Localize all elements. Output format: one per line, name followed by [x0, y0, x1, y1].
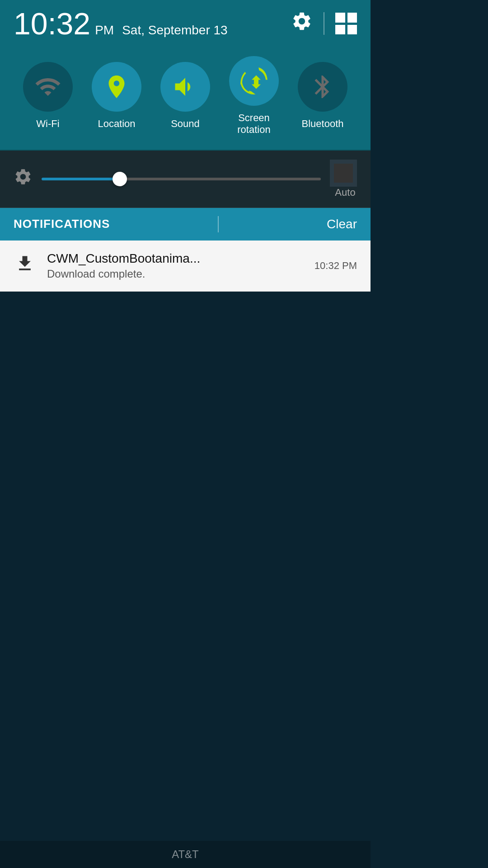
clock-time: 10:32 — [14, 8, 90, 39]
bluetooth-toggle-circle — [298, 62, 347, 112]
settings-icon[interactable] — [291, 10, 313, 37]
carrier-bar: AT&T — [0, 841, 371, 868]
notifications-title: NOTIFICATIONS — [14, 217, 110, 231]
sound-toggle-circle — [160, 62, 210, 112]
bluetooth-label: Bluetooth — [302, 118, 344, 130]
clear-button[interactable]: Clear — [327, 217, 357, 231]
clock-ampm: PM — [95, 23, 114, 38]
date-text: Sat, September 13 — [122, 23, 227, 38]
wifi-toggle[interactable]: Wi-Fi — [23, 62, 73, 130]
location-label: Location — [98, 118, 135, 130]
notification-title: CWM_CustomBootanima... — [47, 251, 304, 266]
screen-rotation-toggle[interactable]: Screen rotation — [229, 56, 279, 136]
auto-label: Auto — [335, 187, 355, 198]
location-toggle[interactable]: Location — [92, 62, 141, 130]
status-left: 10:32 PM Sat, September 13 — [14, 8, 228, 39]
sound-label: Sound — [171, 118, 200, 130]
brightness-settings-icon[interactable] — [14, 167, 33, 191]
sound-toggle[interactable]: Sound — [160, 62, 210, 130]
brightness-row: Auto — [0, 151, 371, 208]
status-right — [291, 10, 357, 37]
download-icon — [14, 254, 36, 278]
bluetooth-toggle[interactable]: Bluetooth — [298, 62, 347, 130]
brightness-auto-container: Auto — [330, 160, 357, 198]
brightness-slider[interactable] — [42, 177, 321, 181]
status-bar: 10:32 PM Sat, September 13 — [0, 0, 371, 47]
auto-brightness-inner — [334, 164, 353, 183]
status-divider — [324, 12, 324, 35]
notification-content: CWM_CustomBootanima... Download complete… — [47, 251, 304, 280]
notification-description: Download complete. — [47, 268, 304, 280]
notifications-header: NOTIFICATIONS Clear — [0, 208, 371, 241]
brightness-track — [42, 178, 321, 180]
quick-toggles: Wi-Fi Location Sound Screen rotation — [0, 47, 371, 151]
screen-rotation-label: Screen rotation — [237, 112, 270, 136]
header-divider — [218, 216, 219, 232]
grid-icon[interactable] — [335, 13, 357, 34]
auto-brightness-button[interactable] — [330, 160, 357, 187]
location-toggle-circle — [92, 62, 141, 112]
screen-rotation-toggle-circle — [229, 56, 279, 106]
carrier-text: AT&T — [172, 848, 199, 860]
wifi-toggle-circle — [23, 62, 73, 112]
notification-time: 10:32 PM — [314, 260, 357, 272]
wifi-label: Wi-Fi — [36, 118, 59, 130]
brightness-thumb — [113, 172, 127, 186]
notification-item[interactable]: CWM_CustomBootanima... Download complete… — [0, 241, 371, 292]
